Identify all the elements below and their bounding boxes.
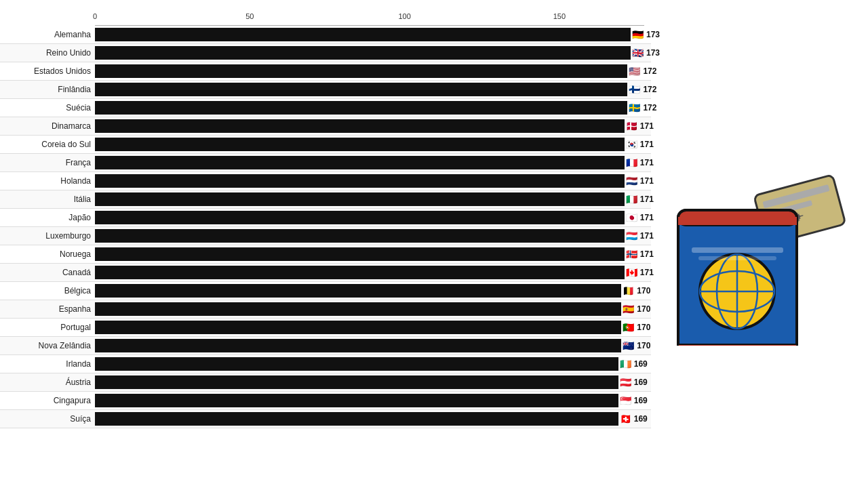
chart-title <box>0 0 651 9</box>
flag-icon: 🇰🇷 <box>626 140 637 149</box>
flag-icon: 🇺🇸 <box>629 66 640 76</box>
bar-end: 🇵🇹170 <box>623 323 650 332</box>
country-label: Holanda <box>0 176 95 186</box>
bar-wrapper: 🇫🇷171 <box>95 155 654 170</box>
country-label: Luxemburgo <box>0 231 95 241</box>
bar-end: 🇪🇸170 <box>623 304 650 314</box>
svg-rect-6 <box>678 217 797 225</box>
bar-value: 169 <box>634 396 648 405</box>
bar <box>95 28 631 41</box>
flag-icon: 🇨🇦 <box>626 268 637 277</box>
bar-wrapper: 🇪🇸170 <box>95 302 651 317</box>
flag-icon: 🇳🇴 <box>626 249 637 259</box>
bar-wrapper: 🇬🇧173 <box>95 45 660 60</box>
chart-container: 050100150 Alemanha🇩🇪173Reino Unido🇬🇧173E… <box>0 0 651 488</box>
svg-rect-15 <box>692 247 783 253</box>
bar <box>95 266 625 279</box>
flag-icon: 🇧🇪 <box>623 286 634 296</box>
country-label: França <box>0 158 95 167</box>
table-row: França🇫🇷171 <box>0 154 651 172</box>
bar <box>95 412 618 426</box>
bar-wrapper: 🇮🇪169 <box>95 357 651 371</box>
bar-wrapper: 🇩🇪173 <box>95 27 660 42</box>
flag-icon: 🇳🇱 <box>626 176 637 186</box>
table-row: Portugal🇵🇹170 <box>0 319 651 337</box>
bar-value: 170 <box>637 323 650 332</box>
bar-value: 170 <box>637 341 650 350</box>
flag-icon: 🇫🇷 <box>626 158 637 167</box>
bar-end: 🇳🇴171 <box>626 249 654 259</box>
bar-end: 🇰🇷171 <box>626 140 654 149</box>
table-row: Noruega🇳🇴171 <box>0 245 651 264</box>
country-label: Reino Unido <box>0 48 95 58</box>
axis-tick: 100 <box>398 12 410 20</box>
bar-wrapper: 🇩🇰171 <box>95 119 654 134</box>
country-label: Suíça <box>0 414 95 424</box>
bar <box>95 247 625 261</box>
bar-wrapper: 🇸🇪172 <box>95 100 656 115</box>
flag-icon: 🇮🇪 <box>620 359 631 369</box>
axis-tick: 50 <box>245 12 254 20</box>
bar-wrapper: 🇫🇮172 <box>95 82 656 97</box>
bar <box>95 321 621 334</box>
country-label: Nova Zelândia <box>0 341 95 350</box>
table-row: Dinamarca🇩🇰171 <box>0 117 651 136</box>
table-row: Coreia do Sul🇰🇷171 <box>0 136 651 154</box>
bar-wrapper: 🇰🇷171 <box>95 137 654 152</box>
bar-wrapper: 🇸🇬169 <box>95 393 651 408</box>
svg-rect-7 <box>678 344 797 346</box>
bar-wrapper: 🇨🇦171 <box>95 265 654 280</box>
bar-end: 🇧🇪170 <box>623 286 650 296</box>
table-row: Cingapura🇸🇬169 <box>0 392 651 410</box>
country-label: Suécia <box>0 103 95 113</box>
flag-icon: 🇫🇮 <box>629 85 640 94</box>
passport-illustration: ✈ <box>651 0 868 488</box>
country-label: Áustria <box>0 378 95 387</box>
country-label: Estados Unidos <box>0 66 95 76</box>
country-label: Bélgica <box>0 286 95 296</box>
bar-end: 🇱🇺171 <box>626 231 654 241</box>
bar-end: 🇳🇿170 <box>623 341 650 350</box>
table-row: Bélgica🇧🇪170 <box>0 282 651 300</box>
country-label: Alemanha <box>0 30 95 39</box>
country-label: Portugal <box>0 323 95 332</box>
bar-end: 🇳🇱171 <box>626 176 654 186</box>
flag-icon: 🇨🇭 <box>620 414 631 424</box>
bar <box>95 284 621 298</box>
flag-icon: 🇬🇧 <box>632 48 644 58</box>
country-label: Finlândia <box>0 85 95 94</box>
flag-icon: 🇮🇹 <box>626 195 637 204</box>
flag-icon: 🇱🇺 <box>626 231 637 241</box>
bar <box>95 64 627 78</box>
bar-end: 🇨🇦171 <box>626 268 654 277</box>
bar-end: 🇫🇷171 <box>626 158 654 167</box>
table-row: Estados Unidos🇺🇸172 <box>0 62 651 81</box>
bar-wrapper: 🇳🇴171 <box>95 247 654 262</box>
bar <box>95 302 621 316</box>
table-row: Suíça🇨🇭169 <box>0 410 651 428</box>
bar-value: 169 <box>634 378 648 387</box>
country-label: Canadá <box>0 268 95 277</box>
bar <box>95 46 631 60</box>
table-row: Irlanda🇮🇪169 <box>0 355 651 373</box>
table-row: Finlândia🇫🇮172 <box>0 81 651 99</box>
bar-wrapper: 🇯🇵171 <box>95 210 654 225</box>
country-label: Coreia do Sul <box>0 140 95 149</box>
bar <box>95 229 625 243</box>
country-label: Dinamarca <box>0 121 95 131</box>
bar-end: 🇮🇪169 <box>620 359 648 369</box>
x-axis: 050100150 <box>95 9 644 26</box>
bar-end: 🇮🇹171 <box>626 195 654 204</box>
bar <box>95 394 618 407</box>
country-label: Noruega <box>0 249 95 259</box>
bar-wrapper: 🇧🇪170 <box>95 283 651 298</box>
bar-end: 🇩🇰171 <box>626 121 654 131</box>
flag-icon: 🇯🇵 <box>626 213 637 222</box>
table-row: Canadá🇨🇦171 <box>0 264 651 282</box>
axis-tick: 150 <box>553 12 566 20</box>
bar <box>95 192 625 206</box>
bar <box>95 83 627 96</box>
bar <box>95 156 625 169</box>
bar <box>95 119 625 133</box>
bar-value: 169 <box>634 414 648 424</box>
